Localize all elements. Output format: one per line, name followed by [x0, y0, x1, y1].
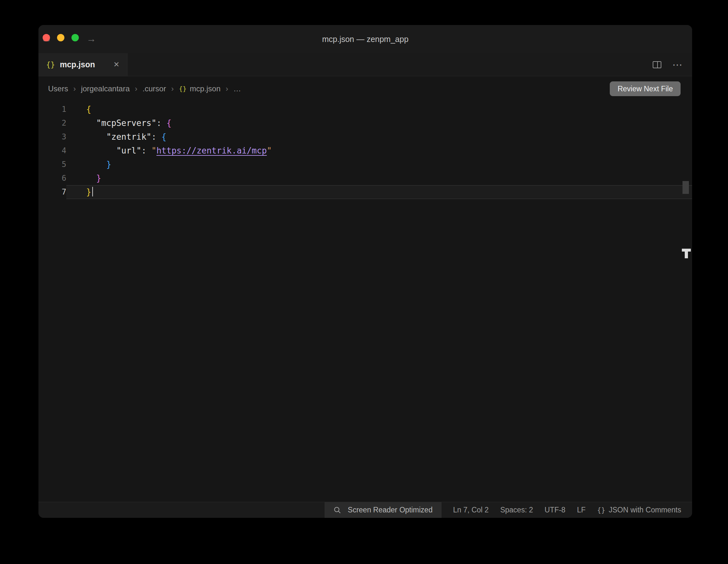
editor-pane[interactable]: 1{2 "mcpServers": {3 "zentrik": {4 "url"… [38, 101, 692, 502]
breadcrumb-item[interactable]: Users [48, 84, 68, 93]
scrollbar-thumb[interactable] [683, 181, 689, 194]
line-number[interactable]: 2 [38, 116, 66, 130]
json-icon: {} [179, 85, 186, 93]
breadcrumb-item[interactable]: jorgealcantara [81, 84, 130, 93]
more-actions-icon[interactable]: ⋯ [672, 62, 683, 68]
line-content: "url": "https://zentrik.ai/mcp" [66, 144, 692, 158]
tab-label: mcp.json [60, 60, 95, 69]
overview-ruler-marker [682, 249, 691, 258]
forward-arrow-icon[interactable]: → [87, 25, 96, 53]
language-mode-label: JSON with Comments [609, 506, 681, 514]
tab-bar-actions: ⋯ [653, 53, 692, 76]
language-mode-status[interactable]: {} JSON with Comments [597, 506, 681, 514]
breadcrumb-item[interactable]: {}mcp.json [179, 84, 220, 93]
breadcrumb-row: Users›jorgealcantara›.cursor›{}mcp.json›… [38, 76, 692, 101]
json-icon: {} [46, 61, 55, 69]
line-content: "zentrik": { [66, 130, 692, 144]
status-bar: Screen Reader Optimized Ln 7, Col 2 Spac… [38, 502, 692, 518]
tab-mcp-json[interactable]: {} mcp.json ✕ [38, 53, 128, 76]
zoom-window-button[interactable] [71, 34, 79, 41]
editor-window: → mcp.json — zenpm_app {} mcp.json ✕ ⋯ U… [38, 25, 692, 518]
minimize-window-button[interactable] [57, 34, 64, 41]
breadcrumb-separator: › [226, 84, 228, 93]
json-icon: {} [597, 506, 605, 514]
window-controls: → [38, 25, 122, 53]
cursor-position-status[interactable]: Ln 7, Col 2 [453, 506, 489, 514]
line-number[interactable]: 6 [38, 171, 66, 185]
line-number[interactable]: 5 [38, 158, 66, 171]
code-line[interactable]: 4 "url": "https://zentrik.ai/mcp" [38, 144, 692, 158]
breadcrumb-item[interactable]: … [233, 84, 241, 93]
line-number[interactable]: 4 [38, 144, 66, 158]
code-lines: 1{2 "mcpServers": {3 "zentrik": {4 "url"… [38, 101, 692, 199]
breadcrumb-separator: › [135, 84, 137, 93]
breadcrumb-separator: › [171, 84, 174, 93]
line-content: } [66, 171, 692, 185]
url-link[interactable]: https://zentrik.ai/mcp [156, 146, 267, 155]
text-cursor [92, 187, 93, 196]
code-line[interactable]: 5 } [38, 158, 692, 171]
line-content: } [66, 185, 692, 199]
desktop: { "titlebar": { "title": "mcp.json — zen… [0, 0, 728, 564]
breadcrumb-separator: › [73, 84, 76, 93]
line-content: "mcpServers": { [66, 116, 692, 130]
code-line[interactable]: 3 "zentrik": { [38, 130, 692, 144]
close-window-button[interactable] [43, 34, 50, 41]
breadcrumb-item[interactable]: .cursor [143, 84, 166, 93]
code-line[interactable]: 7} [38, 185, 692, 199]
close-tab-icon[interactable]: ✕ [113, 60, 120, 69]
line-number[interactable]: 3 [38, 130, 66, 144]
screen-reader-label: Screen Reader Optimized [348, 506, 433, 514]
encoding-status[interactable]: UTF-8 [544, 506, 565, 514]
line-number[interactable]: 1 [38, 103, 66, 116]
review-next-file-button[interactable]: Review Next File [610, 81, 681, 96]
line-number[interactable]: 7 [38, 185, 66, 199]
code-line[interactable]: 6 } [38, 171, 692, 185]
eol-status[interactable]: LF [577, 506, 586, 514]
line-content: } [66, 158, 692, 171]
line-content: { [66, 103, 692, 116]
magnifier-icon [334, 506, 341, 514]
breadcrumb: Users›jorgealcantara›.cursor›{}mcp.json›… [48, 84, 241, 93]
titlebar: → mcp.json — zenpm_app [38, 25, 692, 53]
screen-reader-status[interactable]: Screen Reader Optimized [325, 502, 442, 518]
split-editor-icon[interactable] [653, 61, 661, 68]
tab-bar: {} mcp.json ✕ ⋯ [38, 53, 692, 76]
code-line[interactable]: 1{ [38, 103, 692, 116]
indentation-status[interactable]: Spaces: 2 [500, 506, 533, 514]
code-line[interactable]: 2 "mcpServers": { [38, 116, 692, 130]
window-title: mcp.json — zenpm_app [322, 25, 409, 53]
